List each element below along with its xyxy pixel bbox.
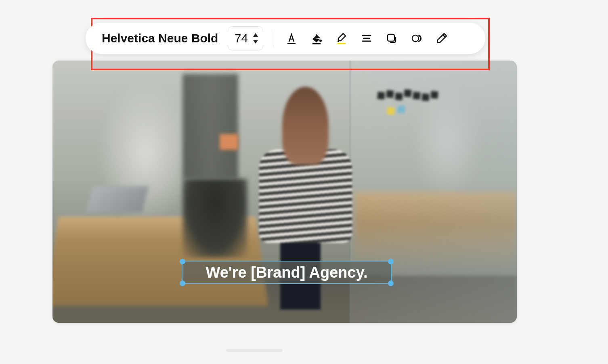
align-icon: [360, 32, 373, 45]
resize-handle-br[interactable]: [388, 280, 394, 286]
font-size-control[interactable]: 74: [228, 26, 263, 50]
svg-point-1: [319, 40, 322, 42]
svg-rect-7: [388, 34, 394, 41]
canvas[interactable]: We're [Brand] Agency.: [52, 61, 517, 323]
layers-button[interactable]: [382, 28, 402, 48]
highlight-button[interactable]: [331, 28, 352, 48]
bg-shelf: [182, 74, 238, 179]
font-size-decrease-icon[interactable]: [253, 40, 258, 44]
font-family-selector[interactable]: Helvetica Neue Bold: [98, 31, 226, 45]
text-color-icon: [285, 32, 298, 45]
bg-sticky-notes: [377, 92, 470, 123]
svg-point-8: [412, 35, 419, 42]
resize-handle-tr[interactable]: [388, 259, 394, 264]
svg-rect-0: [287, 43, 296, 44]
text-selection-box[interactable]: We're [Brand] Agency.: [182, 261, 392, 284]
highlighter-icon: [335, 32, 348, 45]
pencil-icon: [435, 32, 448, 45]
effects-icon: [410, 32, 423, 45]
text-color-button[interactable]: [281, 28, 302, 48]
paint-bucket-icon: [310, 32, 323, 45]
bg-chair: [182, 179, 247, 257]
text-format-toolbar: Helvetica Neue Bold 74: [86, 23, 485, 54]
page-indicator[interactable]: [226, 349, 283, 352]
resize-handle-tl[interactable]: [180, 259, 185, 264]
font-size-value[interactable]: 74: [233, 31, 249, 45]
bg-shelf-item: [220, 134, 238, 150]
bg-laptop: [86, 186, 149, 213]
resize-handle-bl[interactable]: [180, 280, 185, 286]
svg-rect-3: [338, 43, 346, 44]
edit-button[interactable]: [432, 28, 452, 48]
layers-icon: [385, 32, 398, 45]
effects-button[interactable]: [407, 28, 427, 48]
align-button[interactable]: [356, 28, 377, 48]
text-content[interactable]: We're [Brand] Agency.: [205, 264, 367, 281]
divider: [273, 29, 273, 47]
fill-color-button[interactable]: [306, 28, 327, 48]
font-size-increase-icon[interactable]: [253, 33, 258, 37]
text-element[interactable]: We're [Brand] Agency.: [182, 261, 392, 284]
svg-rect-2: [312, 43, 321, 44]
svg-line-9: [443, 35, 445, 37]
